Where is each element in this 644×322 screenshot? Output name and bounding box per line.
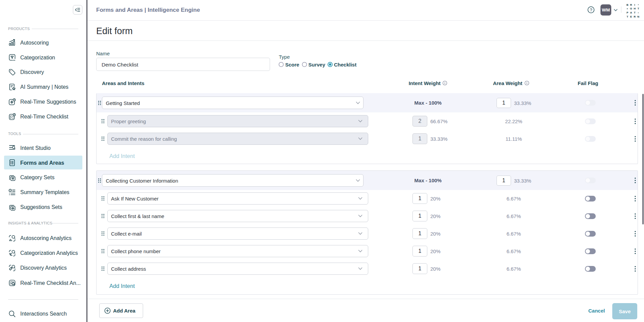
svg-text:?: ? (590, 7, 592, 12)
